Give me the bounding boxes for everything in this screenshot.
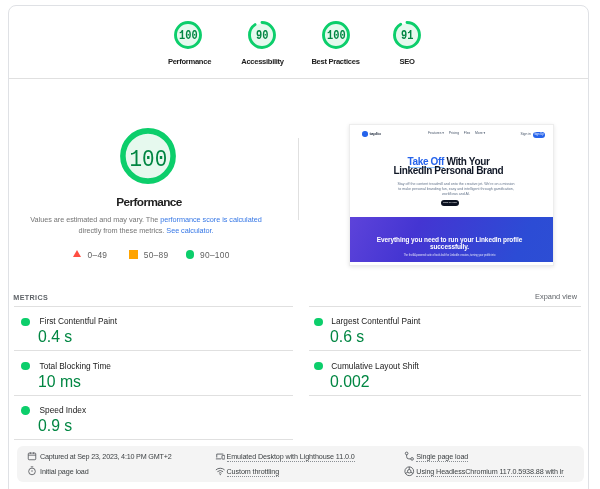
svg-text:91: 91 xyxy=(401,28,413,43)
svg-text:100: 100 xyxy=(179,28,198,43)
svg-text:100: 100 xyxy=(129,146,167,173)
svg-text:100: 100 xyxy=(327,28,346,43)
svg-text:90: 90 xyxy=(256,28,268,43)
